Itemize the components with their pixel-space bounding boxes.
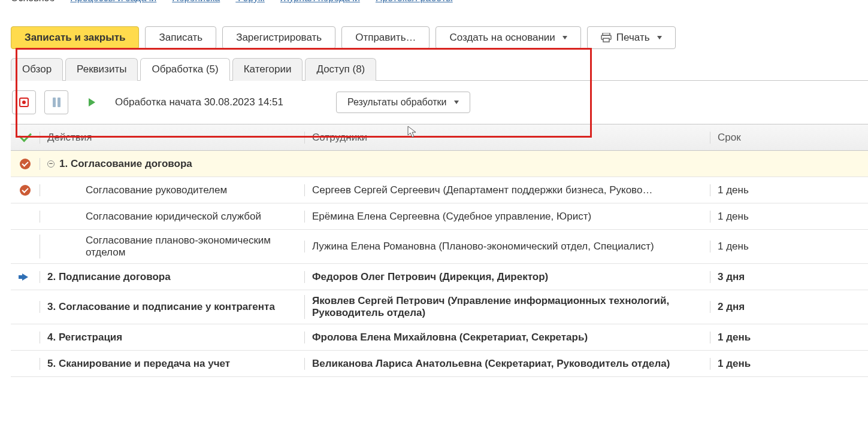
chevron-down-icon <box>454 101 459 104</box>
top-nav: Основное Процессы и задачи Переписка Фор… <box>11 0 868 4</box>
due-label: 2 дня <box>710 301 868 313</box>
due-label: 1 день <box>710 184 868 196</box>
send-button[interactable]: Отправить… <box>341 26 430 49</box>
process-results-button[interactable]: Результаты обработки <box>336 92 470 113</box>
toolbar: Записать и закрыть Записать Зарегистриро… <box>11 26 868 49</box>
due-label: 1 день <box>710 211 868 223</box>
stop-button[interactable] <box>12 90 36 114</box>
action-label: Согласование руководителем <box>86 184 227 196</box>
check-icon <box>19 129 32 142</box>
process-bar: Обработка начата 30.08.2023 14:51 Резуль… <box>11 81 868 124</box>
nav-journal[interactable]: Журнал передачи <box>280 0 360 4</box>
table-row[interactable]: Согласование планово-экономическим отдел… <box>11 230 868 264</box>
table-row[interactable]: 3. Согласование и подписание у контраген… <box>11 290 868 324</box>
employee-label: Сергеев Сергей Сергеевич (Департамент по… <box>304 184 710 196</box>
table-row[interactable]: 4. РегистрацияФролова Елена Михайловна (… <box>11 324 868 351</box>
tabs: Обзор Реквизиты Обработка (5) Категории … <box>11 57 868 81</box>
action-label: 2. Подписание договора <box>47 271 171 283</box>
chevron-down-icon <box>562 36 567 39</box>
register-button[interactable]: Зарегистрировать <box>222 26 335 49</box>
nav-mail[interactable]: Переписка <box>172 0 220 4</box>
current-arrow-icon <box>22 273 28 281</box>
action-label: 5. Сканирование и передача на учет <box>47 358 230 370</box>
employee-label: Лужина Елена Романовна (Планово-экономич… <box>304 241 710 253</box>
process-results-label: Результаты обработки <box>347 97 447 108</box>
printer-icon <box>601 33 612 42</box>
header-employees[interactable]: Сотрудники <box>304 132 710 144</box>
process-status: Обработка начата 30.08.2023 14:51 <box>115 96 283 108</box>
tab-access[interactable]: Доступ (8) <box>305 58 376 81</box>
action-label: 1. Согласование договора <box>59 158 192 170</box>
stop-icon <box>19 98 29 107</box>
create-based-button[interactable]: Создать на основании <box>435 26 580 49</box>
due-label: 1 день <box>710 358 868 370</box>
pause-icon <box>53 98 61 107</box>
tab-categories[interactable]: Категории <box>232 58 303 81</box>
header-actions[interactable]: Действия <box>40 132 304 144</box>
employee-label: Ерёмина Елена Сергеевна (Судебное управл… <box>304 211 710 223</box>
nav-processes[interactable]: Процессы и задачи <box>70 0 156 4</box>
due-label: 3 дня <box>710 271 868 283</box>
action-label: 3. Согласование и подписание у контраген… <box>47 301 275 313</box>
table-row[interactable]: 5. Сканирование и передача на учетВелика… <box>11 351 868 377</box>
svg-rect-2 <box>603 38 609 42</box>
print-button[interactable]: Печать <box>587 26 676 49</box>
header-due[interactable]: Срок <box>710 132 868 144</box>
print-label: Печать <box>616 32 650 44</box>
save-close-button[interactable]: Записать и закрыть <box>11 26 139 49</box>
save-button[interactable]: Записать <box>145 26 216 49</box>
collapse-icon[interactable]: − <box>47 160 55 168</box>
nav-forum[interactable]: Форум <box>235 0 265 4</box>
employee-label: Фролова Елена Михайловна (Секретариат, С… <box>304 332 710 343</box>
table-row[interactable]: −1. Согласование договора <box>11 151 868 177</box>
chevron-down-icon <box>657 36 662 39</box>
action-label: Согласование юридической службой <box>86 211 261 223</box>
table-row[interactable]: Согласование руководителемСергеев Сергей… <box>11 177 868 203</box>
due-label: 1 день <box>710 332 868 343</box>
tab-overview[interactable]: Обзор <box>11 58 63 81</box>
employee-label: Яковлев Сергей Петрович (Управление инфо… <box>304 295 710 319</box>
table-row[interactable]: Согласование юридической службойЕрёмина … <box>11 203 868 230</box>
play-icon <box>89 98 95 107</box>
employee-label: Великанова Лариса Анатольевна (Секретари… <box>304 358 710 370</box>
nav-main[interactable]: Основное <box>11 0 55 4</box>
pause-button[interactable] <box>44 90 68 114</box>
done-icon <box>20 159 31 169</box>
grid-header: Действия Сотрудники Срок <box>11 124 868 151</box>
nav-protocol[interactable]: Протокол работы <box>376 0 453 4</box>
action-label: Согласование планово-экономическим отдел… <box>86 235 304 259</box>
grid: Действия Сотрудники Срок −1. Согласовани… <box>11 124 868 377</box>
cursor-pointer-icon <box>407 126 417 138</box>
done-icon <box>20 185 31 196</box>
tab-processing[interactable]: Обработка (5) <box>140 58 229 81</box>
table-row[interactable]: 2. Подписание договораФедоров Олег Петро… <box>11 264 868 290</box>
due-label: 1 день <box>710 241 868 253</box>
action-label: 4. Регистрация <box>47 332 122 343</box>
create-based-label: Создать на основании <box>449 32 555 44</box>
tab-requisites[interactable]: Реквизиты <box>65 58 138 81</box>
employee-label: Федоров Олег Петрович (Дирекция, Директо… <box>304 271 710 283</box>
